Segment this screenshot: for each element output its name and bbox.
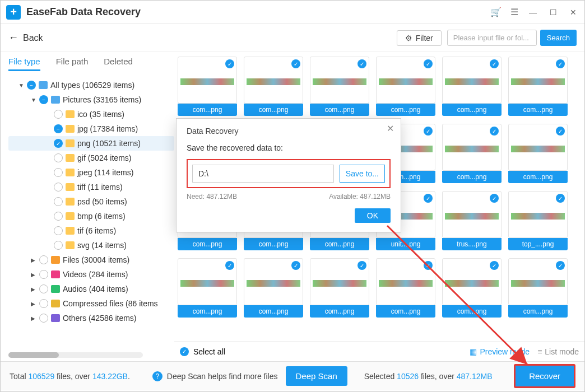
thumbnail-card[interactable]: ✓com...png [508,57,568,116]
checkmark-icon: ✓ [556,261,565,270]
back-label: Back [23,33,43,43]
checkmark-icon: ✓ [291,261,300,270]
checkmark-icon: ✓ [357,261,366,270]
tree-tif[interactable]: tif (6 items) [8,223,174,238]
tree-audios[interactable]: ▶Audios (404 items) [8,282,174,296]
deep-scan-hint: Deep Scan helps find more files [167,372,278,381]
sidebar-tabs: File type File path Deleted [8,57,174,74]
tree-all-types[interactable]: ▼−All types (106529 items) [8,78,174,92]
select-all-label: Select all [193,347,225,356]
tree-tiff[interactable]: tiff (11 items) [8,180,174,194]
thumbnail-caption: com...png [376,104,435,116]
tab-file-path[interactable]: File path [56,57,89,71]
tree-compressed[interactable]: ▶Compressed files (86 items [8,296,174,311]
thumbnail-caption: com...png [178,104,237,116]
thumbnail-caption: com...png [442,305,502,318]
thumbnail-card[interactable]: ✓com...png [310,258,369,318]
checkmark-icon: ✓ [424,127,433,136]
recover-button[interactable]: Recover [514,364,575,388]
save-to-button[interactable]: Save to... [340,165,385,183]
grid-icon: ▦ [470,347,477,356]
dialog-close-button[interactable]: ✕ [387,123,394,134]
thumbnail-caption: com...png [244,238,303,250]
thumbnail-card[interactable]: ✓com...png [508,124,568,183]
back-button[interactable]: Back [8,32,43,44]
thumbnail-caption: com...png [310,305,369,318]
tree-gif[interactable]: gif (5024 items) [8,151,174,165]
tree-videos[interactable]: ▶Videos (284 items) [8,267,174,282]
maximize-button[interactable]: ☐ [547,8,559,17]
list-icon: ≡ [537,347,542,356]
toolbar: Back ⚙ Filter Please input file or fol..… [1,24,584,52]
app-icon: + [6,5,21,20]
checkmark-icon: ✓ [490,261,499,270]
tree-jpeg[interactable]: jpeg (114 items) [8,165,174,180]
thumbnail-card[interactable]: ✓com...png [244,57,303,116]
thumbnail-caption: com...png [508,171,568,183]
tree-pictures[interactable]: ▼−Pictures (33165 items) [8,92,174,107]
thumbnail-card[interactable]: ✓top_....png [508,191,568,250]
deep-scan-button[interactable]: Deep Scan [286,366,347,386]
list-icon[interactable]: ☰ [510,7,518,17]
thumbnail-card[interactable]: ✓com...png [178,258,237,318]
thumbnail-caption: com...png [442,104,502,116]
thumbnail-caption: unit....png [376,238,435,250]
thumbnail-caption: com...png [244,305,303,318]
checkmark-icon: ✓ [424,59,433,68]
thumbnail-card[interactable]: ✓com...png [442,57,502,116]
thumbnail-card[interactable]: ✓trus....png [442,191,502,250]
checkmark-icon: ✓ [291,59,300,68]
tree-svg[interactable]: svg (14 items) [8,238,174,253]
status-bar: Total 106529 files, over 143.22GB. ? Dee… [1,361,584,390]
tree-psd[interactable]: psd (50 items) [8,194,174,209]
thumbnail-card[interactable]: ✓com...png [508,258,568,318]
thumbnail-card[interactable]: ✓com...png [442,258,502,318]
thumbnail-card[interactable]: ✓com...png [178,57,237,116]
thumbnail-caption: com...png [508,305,568,318]
close-button[interactable]: ✕ [568,8,579,17]
sidebar-scrollbar[interactable] [8,352,143,358]
thumbnail-card[interactable]: ✓com...png [376,258,435,318]
checkmark-icon: ✓ [490,59,499,68]
save-dialog: ✕ Data Recovery Save the recovered data … [176,118,401,232]
thumbnail-card[interactable]: ✓com...png [376,57,435,116]
thumbnail-caption: top_....png [508,238,568,250]
tab-file-type[interactable]: File type [8,57,40,71]
search-input[interactable]: Please input file or fol... [447,30,537,46]
app-title: EaseFab Data Recovery [26,6,141,18]
tree-png[interactable]: ✓png (10521 items) [8,136,174,151]
checkmark-icon: ✓ [556,59,565,68]
thumbnail-card[interactable]: ✓com...png [244,258,303,318]
checkmark-icon: ✓ [424,194,433,203]
select-all-checkbox[interactable]: ✓ [180,347,189,356]
checkmark-icon: ✓ [490,127,499,136]
ok-button[interactable]: OK [355,208,391,223]
total-text: Total 106529 files, over 143.22GB. [10,372,130,381]
tree-jpg[interactable]: −jpg (17384 items) [8,122,174,136]
minimize-button[interactable]: — [527,8,538,17]
tree-others[interactable]: ▶Others (42586 items) [8,311,174,325]
tree: ▼−All types (106529 items) ▼−Pictures (3… [8,78,174,325]
checkmark-icon: ✓ [225,261,234,270]
tab-deleted[interactable]: Deleted [104,57,133,71]
titlebar: + EaseFab Data Recovery 🛒 ☰ — ☐ ✕ [1,1,584,24]
tree-files[interactable]: ▶Files (30004 items) [8,253,174,267]
thumbnail-caption: com...png [310,104,369,116]
info-icon: ? [152,371,162,381]
thumbnail-card[interactable]: ✓com...png [442,124,502,183]
search-button[interactable]: Search [540,30,577,46]
filter-button[interactable]: ⚙ Filter [397,30,442,46]
tree-bmp[interactable]: bmp (6 items) [8,209,174,223]
checkmark-icon: ✓ [556,194,565,203]
tree-ico[interactable]: ico (35 items) [8,107,174,122]
content-bottom-bar: ✓ Select all ▦Preview mode ≡List mode [174,341,584,361]
cart-icon[interactable]: 🛒 [490,7,502,17]
list-mode-button[interactable]: ≡List mode [537,347,579,356]
save-path-input[interactable] [192,165,334,183]
thumbnail-caption: trus....png [442,238,502,250]
preview-mode-button[interactable]: ▦Preview mode [470,347,530,356]
checkmark-icon: ✓ [225,59,234,68]
filter-label: Filter [416,34,433,43]
thumbnail-card[interactable]: ✓com...png [310,57,369,116]
thumbnail-caption: com...png [376,305,435,318]
